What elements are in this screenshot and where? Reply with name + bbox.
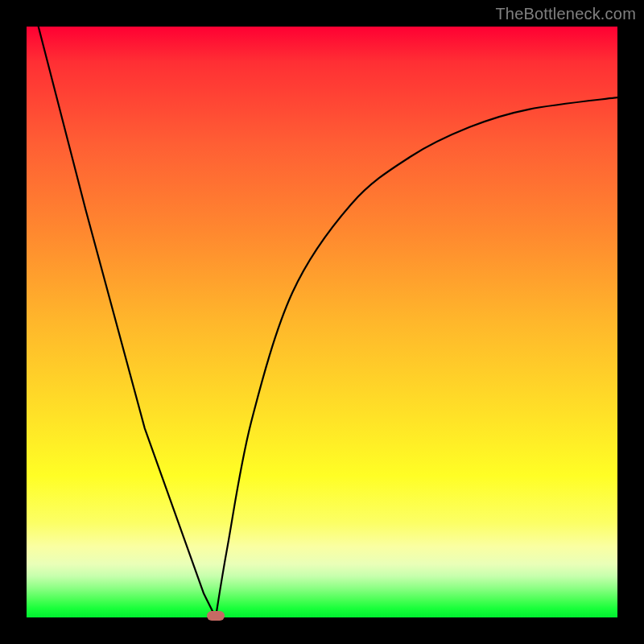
chart-frame: TheBottleneck.com xyxy=(0,0,644,644)
plot-area xyxy=(27,27,617,617)
data-curve xyxy=(39,27,617,617)
watermark-text: TheBottleneck.com xyxy=(495,5,636,23)
curve-svg xyxy=(27,27,617,617)
minimum-marker xyxy=(207,611,225,621)
